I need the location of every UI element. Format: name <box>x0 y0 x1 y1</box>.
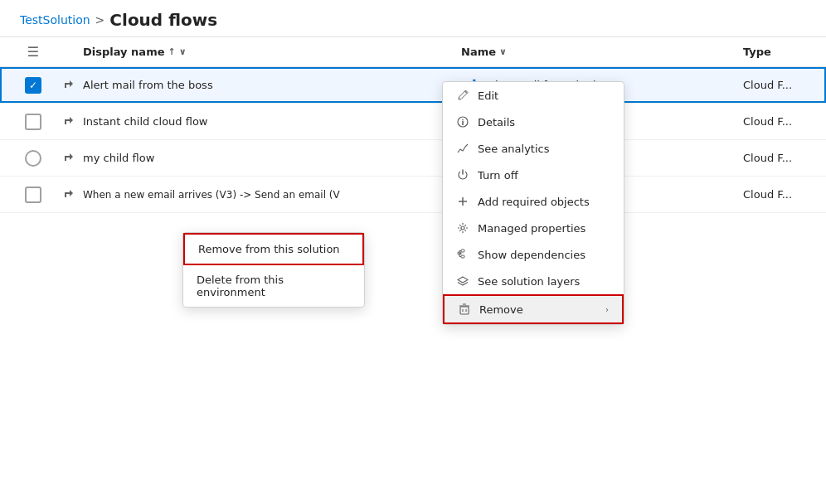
plus-icon <box>456 195 469 208</box>
menu-solution-layers-label: See solution layers <box>478 275 610 288</box>
menu-item-turnoff[interactable]: Turn off <box>443 162 624 188</box>
menu-turnoff-label: Turn off <box>478 169 610 182</box>
menu-managed-props-label: Managed properties <box>478 222 610 235</box>
radio-button[interactable] <box>25 150 41 167</box>
menu-details-label: Details <box>478 116 610 128</box>
menu-item-details[interactable]: i Details <box>443 109 624 135</box>
row-checkbox-2[interactable] <box>13 114 53 130</box>
menu-item-show-dependencies[interactable]: Show dependencies <box>443 241 624 268</box>
breadcrumb-separator: > <box>95 13 105 27</box>
row-display-name-4: When a new email arrives (V3) -> Send an… <box>83 189 461 201</box>
svg-point-4 <box>461 226 464 230</box>
menu-item-solution-layers[interactable]: See solution layers <box>443 268 624 294</box>
svg-text:i: i <box>461 119 464 127</box>
header-display-name[interactable]: Display name ↑ ∨ <box>83 46 461 58</box>
analytics-icon <box>456 142 469 155</box>
row-display-name-1: Alert mail from the boss <box>83 79 461 91</box>
menu-item-add-required[interactable]: Add required objects <box>443 188 624 215</box>
table-row[interactable]: When a new email arrives (V3) -> Send an… <box>0 177 826 213</box>
unchecked-checkbox[interactable] <box>25 187 41 203</box>
menu-show-deps-label: Show dependencies <box>478 249 610 261</box>
submenu-remove-label: Remove from this solution <box>198 243 340 255</box>
unchecked-checkbox[interactable] <box>25 114 41 130</box>
power-icon <box>456 168 469 182</box>
sort-asc-icon[interactable]: ↑ <box>168 46 176 57</box>
name-label: Name <box>461 46 496 58</box>
table-row[interactable]: Instant child cloud flow ⋮ Cloud F... <box>0 104 826 140</box>
svg-rect-7 <box>461 255 464 258</box>
gear-icon <box>456 221 469 235</box>
table-container: ☰ Display name ↑ ∨ Name ∨ Type <box>0 37 826 213</box>
row-flow-icon-4 <box>53 188 83 201</box>
name-sort-icon[interactable]: ∨ <box>499 46 507 57</box>
info-icon: i <box>456 115 469 128</box>
dependencies-icon <box>456 248 469 261</box>
row-flow-icon-2 <box>53 115 83 128</box>
svg-rect-6 <box>461 250 464 252</box>
row-type-3: Cloud F... <box>743 152 826 164</box>
checked-checkbox[interactable] <box>25 77 41 94</box>
submenu-chevron-icon: › <box>605 305 609 314</box>
row-checkbox-3[interactable] <box>13 150 53 167</box>
breadcrumb-parent[interactable]: TestSolution <box>20 13 90 27</box>
breadcrumb-current: Cloud flows <box>109 10 217 30</box>
row-type-4: Cloud F... <box>743 188 826 201</box>
context-menu: Edit i Details See analytics Turn off <box>442 81 624 325</box>
submenu: Remove from this solution Delete from th… <box>182 232 365 308</box>
table-row[interactable]: Alert mail from the boss ⋮ Alert mail fr… <box>0 67 826 104</box>
row-checkbox-1[interactable] <box>13 77 53 94</box>
type-label: Type <box>743 46 771 58</box>
submenu-remove-from-solution[interactable]: Remove from this solution <box>183 233 364 265</box>
menu-remove-label: Remove <box>479 303 597 316</box>
header-type: Type <box>743 46 826 58</box>
header-check: ☰ <box>13 44 53 60</box>
row-flow-icon-1 <box>53 79 83 92</box>
row-display-name-2: Instant child cloud flow <box>83 115 461 128</box>
menu-add-required-label: Add required objects <box>478 196 610 208</box>
row-flow-icon-3 <box>53 152 83 165</box>
row-type-2: Cloud F... <box>743 115 826 128</box>
row-type-1: Cloud F... <box>743 79 826 91</box>
menu-analytics-label: See analytics <box>478 143 610 155</box>
list-header-icon: ☰ <box>27 44 39 60</box>
submenu-delete-label: Delete from this environment <box>197 274 351 298</box>
edit-icon <box>456 89 469 102</box>
header-name[interactable]: Name ∨ <box>461 46 743 58</box>
menu-item-analytics[interactable]: See analytics <box>443 135 624 162</box>
display-name-label: Display name <box>83 46 165 58</box>
row-display-name-3: my child flow <box>83 152 461 164</box>
menu-edit-label: Edit <box>478 90 610 102</box>
menu-item-remove[interactable]: Remove › <box>443 294 624 324</box>
submenu-delete-from-env[interactable]: Delete from this environment <box>183 265 364 307</box>
layers-icon <box>456 274 469 288</box>
row-checkbox-4[interactable] <box>13 187 53 203</box>
sort-desc-icon[interactable]: ∨ <box>179 46 187 57</box>
trash-icon <box>458 303 471 316</box>
svg-rect-13 <box>460 307 469 314</box>
header: TestSolution > Cloud flows <box>0 0 826 37</box>
menu-item-managed-properties[interactable]: Managed properties <box>443 215 624 241</box>
table-header: ☰ Display name ↑ ∨ Name ∨ Type <box>0 37 826 67</box>
table-row[interactable]: my child flow ⋮ Cloud F... <box>0 140 826 177</box>
menu-item-edit[interactable]: Edit <box>443 82 624 109</box>
